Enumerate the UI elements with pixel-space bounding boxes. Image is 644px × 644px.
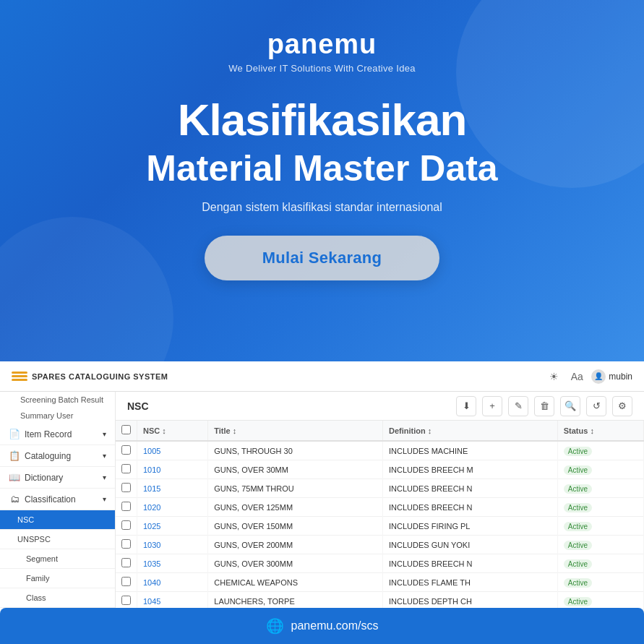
cell-title: GUNS, 75MM THROU xyxy=(208,479,383,498)
avatar: 👤 xyxy=(591,369,606,384)
cta-button[interactable]: Mulai Sekarang xyxy=(205,236,440,280)
globe-icon: 🌐 xyxy=(266,617,284,635)
col-status[interactable]: Status ↕ xyxy=(557,421,643,441)
sidebar-item-label: Item Record xyxy=(25,429,72,439)
hero-description: Dengan sistem klasifikasi standar intern… xyxy=(202,201,442,214)
select-all-checkbox[interactable] xyxy=(121,425,131,434)
topbar-logo-icon xyxy=(12,372,27,382)
dictionary-icon: 📖 xyxy=(9,472,20,483)
cell-status: Active xyxy=(557,498,643,517)
cell-title: GUNS, OVER 150MM xyxy=(208,517,383,536)
cataloguing-icon: 📋 xyxy=(9,450,20,461)
sidebar-item-unspsc[interactable]: UNSPSC xyxy=(0,530,115,549)
edit-button[interactable]: ✎ xyxy=(508,396,528,416)
cell-nsc[interactable]: 1005 xyxy=(137,441,208,460)
sidebar-item-dictionary[interactable]: 📖 Dictionary ▾ xyxy=(0,467,115,489)
username: mubin xyxy=(609,372,632,382)
content-area: NSC ⬇ + ✎ 🗑 🔍 ↺ ⚙ NSC ↕ xyxy=(116,392,644,644)
cell-title: GUNS, OVER 300MM xyxy=(208,554,383,573)
cell-status: Active xyxy=(557,573,643,592)
cell-definition: INCLUDES FIRING PL xyxy=(383,517,558,536)
cell-title: GUNS, OVER 30MM xyxy=(208,460,383,479)
translate-icon[interactable]: Aa xyxy=(568,368,585,385)
chevron-down-icon: ▾ xyxy=(103,473,106,481)
cell-checkbox[interactable] xyxy=(116,479,137,498)
col-title[interactable]: Title ↕ xyxy=(208,421,383,441)
app-section: SPARES CATALOGUING SYSTEM ☀ Aa 👤 mubin S… xyxy=(0,361,644,644)
hero-title-line1: Klasifikasikan xyxy=(178,95,467,145)
sidebar: Screening Batch Result Summary User 📄 It… xyxy=(0,392,116,644)
classification-icon: 🗂 xyxy=(9,494,20,505)
cell-nsc[interactable]: 1025 xyxy=(137,517,208,536)
cell-status: Active xyxy=(557,441,643,460)
main-layout: Screening Batch Result Summary User 📄 It… xyxy=(0,392,644,644)
sidebar-item-label: NSC xyxy=(17,515,34,524)
cell-definition: INCLUDES GUN YOKI xyxy=(383,536,558,554)
cell-status: Active xyxy=(557,460,643,479)
cell-definition: INCLUDES BREECH M xyxy=(383,460,558,479)
cell-nsc[interactable]: 1035 xyxy=(137,554,208,573)
cell-checkbox[interactable] xyxy=(116,517,137,536)
add-button[interactable]: + xyxy=(482,396,502,416)
table-row: 1040 CHEMICAL WEAPONS INCLUDES FLAME TH … xyxy=(116,573,644,592)
topbar-app-name: SPARES CATALOGUING SYSTEM xyxy=(32,372,168,381)
delete-button[interactable]: 🗑 xyxy=(534,396,554,416)
cell-status: Active xyxy=(557,517,643,536)
bottom-overlay: 🌐 panemu.com/scs xyxy=(0,608,644,644)
cell-checkbox[interactable] xyxy=(116,498,137,517)
col-nsc[interactable]: NSC ↕ xyxy=(137,421,208,441)
cell-checkbox[interactable] xyxy=(116,536,137,554)
sidebar-item-family[interactable]: Family xyxy=(0,569,115,588)
sidebar-item-label: Class xyxy=(26,593,46,602)
item-record-icon: 📄 xyxy=(9,429,20,439)
hero-title-line2: Material Master Data xyxy=(146,147,497,189)
table-row: 1010 GUNS, OVER 30MM INCLUDES BREECH M A… xyxy=(116,460,644,479)
cell-definition: INCLUDES BREECH N xyxy=(383,479,558,498)
chevron-down-icon: ▾ xyxy=(103,430,106,438)
refresh-button[interactable]: ↺ xyxy=(586,396,606,416)
cell-status: Active xyxy=(557,554,643,573)
cell-nsc[interactable]: 1020 xyxy=(137,498,208,517)
col-definition[interactable]: Definition ↕ xyxy=(383,421,558,441)
cell-nsc[interactable]: 1010 xyxy=(137,460,208,479)
cell-checkbox[interactable] xyxy=(116,573,137,592)
content-title: NSC xyxy=(127,400,450,412)
table-header-row: NSC ↕ Title ↕ Definition ↕ Status ↕ xyxy=(116,421,644,441)
cell-nsc[interactable]: 1030 xyxy=(137,536,208,554)
logo-tagline: We Deliver IT Solutions With Creative Id… xyxy=(228,63,416,74)
sidebar-item-classification[interactable]: 🗂 Classification ▾ xyxy=(0,489,115,510)
table-row: 1035 GUNS, OVER 300MM INCLUDES BREECH N … xyxy=(116,554,644,573)
table-row: 1030 GUNS, OVER 200MM INCLUDES GUN YOKI … xyxy=(116,536,644,554)
export-button[interactable]: ⬇ xyxy=(456,396,476,416)
hero-section: panemu We Deliver IT Solutions With Crea… xyxy=(0,0,644,361)
cell-checkbox[interactable] xyxy=(116,460,137,479)
cell-title: GUNS, THROUGH 30 xyxy=(208,441,383,460)
sidebar-item-screening-batch[interactable]: Screening Batch Result xyxy=(0,392,115,408)
cell-title: GUNS, OVER 200MM xyxy=(208,536,383,554)
settings-button[interactable]: ⚙ xyxy=(612,396,632,416)
sidebar-item-nsc[interactable]: NSC xyxy=(0,510,115,530)
sidebar-item-segment[interactable]: Segment xyxy=(0,549,115,569)
cell-status: Active xyxy=(557,536,643,554)
sidebar-item-cataloguing[interactable]: 📋 Cataloguing ▾ xyxy=(0,445,115,467)
cell-definition: INCLUDES BREECH N xyxy=(383,498,558,517)
brightness-icon[interactable]: ☀ xyxy=(545,368,562,385)
cell-checkbox[interactable] xyxy=(116,441,137,460)
sidebar-item-summary-user[interactable]: Summary User xyxy=(0,408,115,424)
cell-definition: INCLUDES FLAME TH xyxy=(383,573,558,592)
topbar-logo: SPARES CATALOGUING SYSTEM xyxy=(12,372,168,382)
topbar: SPARES CATALOGUING SYSTEM ☀ Aa 👤 mubin xyxy=(0,361,644,392)
sidebar-item-item-record[interactable]: 📄 Item Record ▾ xyxy=(0,424,115,445)
cell-checkbox[interactable] xyxy=(116,554,137,573)
user-menu[interactable]: 👤 mubin xyxy=(591,369,632,384)
sidebar-item-label: Classification xyxy=(25,494,76,505)
cell-nsc[interactable]: 1040 xyxy=(137,573,208,592)
sidebar-item-class[interactable]: Class xyxy=(0,588,115,608)
chevron-down-icon: ▾ xyxy=(103,452,106,460)
chevron-down-icon: ▾ xyxy=(103,495,106,503)
sidebar-item-label: Cataloguing xyxy=(25,451,71,461)
cell-definition: INCLUDES MACHINE xyxy=(383,441,558,460)
table-row: 1025 GUNS, OVER 150MM INCLUDES FIRING PL… xyxy=(116,517,644,536)
search-button[interactable]: 🔍 xyxy=(560,396,580,416)
cell-nsc[interactable]: 1015 xyxy=(137,479,208,498)
